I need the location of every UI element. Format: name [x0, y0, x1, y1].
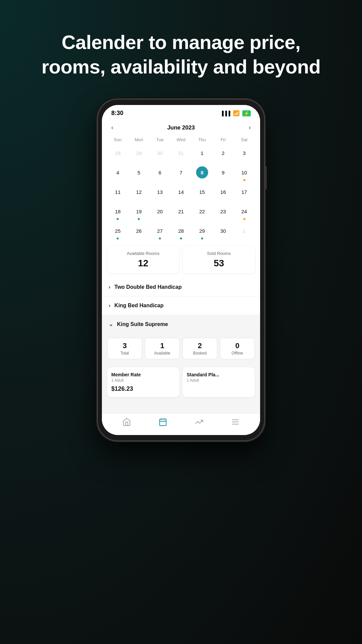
room-item-1[interactable]: › King Bed Handicap	[102, 297, 260, 315]
day-cell[interactable]: 4	[107, 164, 128, 183]
rate-card-member-label: Member Rate	[111, 372, 175, 377]
day-dot	[201, 218, 203, 220]
day-cell[interactable]: 30	[213, 223, 234, 241]
day-cell[interactable]: 10	[234, 164, 255, 183]
day-number: 14	[175, 186, 187, 198]
nav-home[interactable]	[122, 418, 131, 428]
day-dot	[180, 218, 182, 220]
hero-heading: Calender to manage price, rooms, availab…	[15, 30, 348, 79]
rooms-list: › Two Double Bed Handicap › King Bed Han…	[102, 278, 260, 413]
day-dot	[138, 160, 140, 162]
day-cell[interactable]: 8	[191, 164, 213, 183]
day-cell[interactable]: 6	[149, 164, 171, 183]
day-cell[interactable]: 29	[191, 223, 213, 241]
day-number: 8	[196, 166, 208, 178]
day-cell[interactable]: 11	[107, 184, 128, 203]
day-dot	[138, 179, 140, 181]
day-dot	[222, 199, 224, 201]
day-cell[interactable]: 23	[213, 203, 234, 222]
day-number: 27	[154, 225, 166, 237]
day-dot	[222, 179, 224, 181]
day-dot	[180, 199, 182, 201]
day-cell[interactable]: 26	[128, 223, 149, 241]
rate-cards-row: Member Rate 1 Adult $126.23 Standard Pla…	[102, 363, 260, 401]
day-cell[interactable]: 28	[171, 223, 192, 241]
day-dot	[180, 179, 182, 181]
nav-analytics[interactable]	[195, 418, 203, 428]
day-cell[interactable]: 12	[128, 184, 149, 203]
day-number: 1	[196, 147, 208, 159]
day-number: 15	[196, 186, 208, 198]
calendar-grid: 2829303112345678910111213141516171819202…	[107, 145, 255, 241]
sold-rooms-label: Sold Rooms	[207, 251, 231, 256]
day-number: 28	[175, 225, 187, 237]
sold-rooms-card: Sold Rooms 53	[183, 246, 255, 273]
available-rooms-card: Available Rooms 12	[107, 246, 179, 273]
stats-row: Available Rooms 12 Sold Rooms 53	[107, 246, 255, 273]
nav-menu[interactable]	[231, 418, 240, 428]
room-stat-offline-label: Offline	[232, 351, 243, 356]
day-cell[interactable]: 9	[213, 164, 234, 183]
signal-icon: ▐▐▐	[220, 111, 230, 116]
room-stat-total: 3 Total	[107, 338, 142, 359]
day-cell[interactable]: 14	[171, 184, 192, 203]
day-cell[interactable]: 7	[171, 164, 192, 183]
day-dot	[201, 199, 203, 201]
day-number: 30	[154, 147, 166, 159]
chevron-icon-2: ⌄	[109, 321, 113, 327]
day-cell[interactable]: 21	[171, 203, 192, 222]
room-stat-available-value: 1	[160, 341, 164, 350]
day-cell[interactable]: 27	[149, 223, 171, 241]
day-number: 26	[133, 225, 145, 237]
day-cell[interactable]: 1	[234, 223, 255, 241]
day-cell[interactable]: 24	[234, 203, 255, 222]
prev-month-button[interactable]: ‹	[109, 123, 116, 132]
rate-card-standard-sub: 1 Adult	[187, 378, 251, 383]
day-cell[interactable]: 31	[171, 145, 192, 164]
next-month-button[interactable]: ›	[246, 123, 253, 132]
day-cell[interactable]: 30	[149, 145, 171, 164]
room-stat-booked-value: 2	[198, 341, 202, 350]
day-dot	[222, 160, 224, 162]
day-number: 31	[175, 147, 187, 159]
room-name-0: Two Double Bed Handicap	[114, 284, 182, 290]
weekday-sun: Sun	[107, 136, 128, 144]
day-dot	[159, 237, 161, 239]
day-number: 5	[133, 166, 145, 178]
day-dot	[201, 237, 203, 239]
day-cell[interactable]: 3	[234, 145, 255, 164]
day-cell[interactable]: 13	[149, 184, 171, 203]
day-cell[interactable]: 18	[107, 203, 128, 222]
day-cell[interactable]: 19	[128, 203, 149, 222]
day-cell[interactable]: 16	[213, 184, 234, 203]
day-number: 13	[154, 186, 166, 198]
available-rooms-label: Available Rooms	[127, 251, 159, 256]
day-cell[interactable]: 5	[128, 164, 149, 183]
day-cell[interactable]: 15	[191, 184, 213, 203]
day-dot	[180, 237, 182, 239]
rate-card-standard[interactable]: Standard Pla... 1 Adult	[183, 367, 255, 397]
day-cell[interactable]: 20	[149, 203, 171, 222]
day-cell[interactable]: 22	[191, 203, 213, 222]
room-item-0[interactable]: › Two Double Bed Handicap	[102, 278, 260, 297]
day-number: 7	[175, 166, 187, 178]
weekday-row: Sun Mon Tue Wed Thu Fri Sat	[107, 136, 255, 144]
nav-calendar[interactable]	[159, 418, 167, 428]
svg-rect-0	[160, 419, 166, 426]
rate-card-member[interactable]: Member Rate 1 Adult $126.23	[107, 367, 179, 397]
day-dot	[117, 179, 119, 181]
day-number: 9	[217, 166, 229, 178]
day-cell[interactable]: 25	[107, 223, 128, 241]
day-cell[interactable]: 28	[107, 145, 128, 164]
weekday-fri: Fri	[213, 136, 234, 144]
day-cell[interactable]: 17	[234, 184, 255, 203]
calendar: ‹ June 2023 › Sun Mon Tue Wed Thu Fri Sa…	[102, 119, 260, 241]
room-item-2[interactable]: ⌄ King Suite Supreme	[102, 315, 260, 334]
day-cell[interactable]: 29	[128, 145, 149, 164]
weekday-tue: Tue	[149, 136, 171, 144]
day-cell[interactable]: 2	[213, 145, 234, 164]
day-number: 17	[238, 186, 250, 198]
calendar-icon	[159, 418, 167, 428]
day-cell[interactable]: 1	[191, 145, 213, 164]
rate-card-member-sub: 1 Adult	[111, 378, 175, 383]
